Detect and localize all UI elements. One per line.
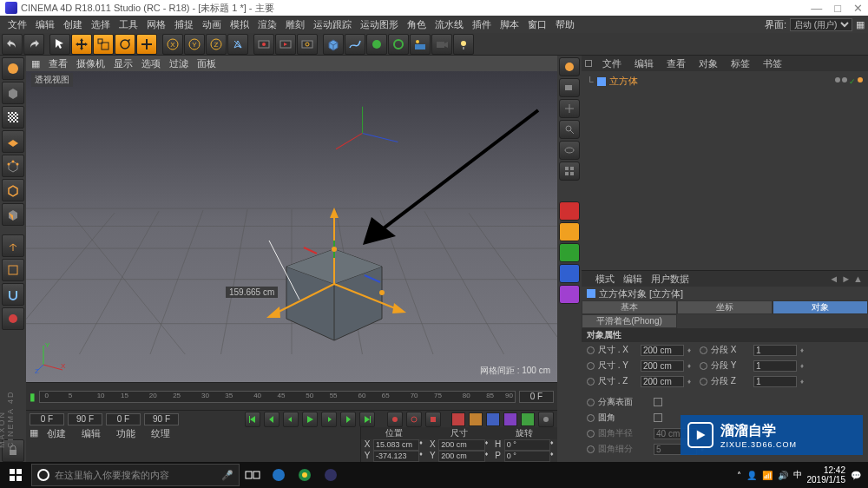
- htab-bookmarks[interactable]: 书签: [757, 57, 788, 70]
- point-mode-button[interactable]: [2, 155, 24, 177]
- menu-character[interactable]: 角色: [403, 18, 431, 31]
- render-pv-button[interactable]: [275, 34, 296, 55]
- next-frame-button[interactable]: [321, 412, 337, 427]
- htab-edit[interactable]: 编辑: [628, 57, 660, 70]
- vp-options[interactable]: 选项: [141, 57, 161, 70]
- undo-button[interactable]: [2, 34, 23, 55]
- tray-date[interactable]: 2019/1/15: [807, 475, 846, 485]
- maximize-button[interactable]: □: [834, 2, 841, 15]
- menu-animate[interactable]: 动画: [198, 18, 226, 31]
- tray-network-icon[interactable]: 📶: [762, 471, 773, 480]
- axis-z-button[interactable]: Z: [206, 34, 227, 55]
- record-button[interactable]: [387, 412, 403, 427]
- cube-object[interactable]: [252, 206, 425, 362]
- coord-p-rot[interactable]: 0 °: [504, 451, 550, 462]
- scale-tool[interactable]: [93, 34, 114, 55]
- spline-button[interactable]: [345, 34, 365, 55]
- edge-mode-button[interactable]: [2, 179, 24, 201]
- frame-current[interactable]: 0 F: [519, 391, 554, 403]
- tray-volume-icon[interactable]: 🔊: [778, 471, 788, 480]
- coord-x-size[interactable]: 200 cm: [438, 439, 484, 451]
- menu-select[interactable]: 选择: [87, 18, 115, 31]
- seg-y-input[interactable]: 1: [753, 360, 797, 372]
- redo-button[interactable]: [23, 34, 44, 55]
- frame-range-start[interactable]: 0 F: [106, 413, 141, 425]
- vp-hud-button[interactable]: [559, 57, 580, 76]
- taskbar-search[interactable]: 在这里输入你要搜索的内容 🎤: [31, 464, 240, 486]
- attr-tab-phong[interactable]: 平滑着色(Phong): [582, 314, 677, 328]
- menu-render[interactable]: 渲染: [253, 18, 281, 31]
- pos-key-button[interactable]: [451, 412, 465, 426]
- taskbar-app-c4d[interactable]: [318, 462, 344, 488]
- size-x-input[interactable]: 200 cm: [641, 345, 684, 356]
- axis-x-button[interactable]: X: [162, 34, 183, 55]
- menu-script[interactable]: 脚本: [496, 18, 523, 31]
- dot-purple[interactable]: [559, 285, 580, 304]
- dot-red[interactable]: [559, 201, 580, 221]
- attr-mode[interactable]: 模式: [595, 273, 615, 286]
- coord-y-pos[interactable]: -374.123 cm: [373, 451, 419, 462]
- frame-range-end[interactable]: 90 F: [144, 413, 179, 425]
- dot-blue[interactable]: [559, 264, 580, 283]
- menu-help[interactable]: 帮助: [551, 18, 579, 31]
- menu-tools[interactable]: 工具: [115, 18, 142, 31]
- attr-edit[interactable]: 编辑: [623, 273, 642, 286]
- render-view-button[interactable]: [253, 34, 274, 55]
- camera-button[interactable]: [431, 34, 452, 55]
- environment-button[interactable]: [410, 34, 431, 55]
- last-tool[interactable]: [136, 34, 157, 55]
- prev-key-button[interactable]: [264, 412, 279, 427]
- seg-x-input[interactable]: 1: [753, 345, 797, 356]
- vp-filter[interactable]: 过滤: [169, 57, 188, 70]
- attr-userdata[interactable]: 用户数据: [651, 273, 689, 286]
- menu-file[interactable]: 文件: [3, 18, 31, 31]
- coord-h-rot[interactable]: 0 °: [504, 439, 550, 451]
- menu-mograph[interactable]: 运动图形: [356, 18, 403, 31]
- start-button[interactable]: [0, 462, 31, 488]
- tray-time[interactable]: 12:42: [807, 465, 846, 475]
- goto-end-button[interactable]: [359, 412, 375, 427]
- cube-primitive-button[interactable]: [323, 34, 344, 55]
- vp-view[interactable]: 查看: [49, 57, 68, 70]
- object-hierarchy[interactable]: └ 立方体 ✓: [582, 71, 868, 271]
- vp-camera[interactable]: 摄像机: [76, 57, 105, 70]
- viewport-solo-button[interactable]: [2, 259, 24, 281]
- mic-icon[interactable]: 🎤: [221, 470, 233, 481]
- taskbar-app-edge[interactable]: [266, 462, 292, 488]
- key-options-button[interactable]: [538, 412, 554, 427]
- vp-orbit-button[interactable]: [559, 141, 580, 160]
- seg-z-input[interactable]: 1: [753, 376, 797, 387]
- tray-chevron-icon[interactable]: ˄: [737, 471, 741, 480]
- menu-pipeline[interactable]: 流水线: [431, 18, 468, 31]
- workplane-mode-button[interactable]: [2, 130, 24, 153]
- htab-file[interactable]: 文件: [596, 57, 628, 70]
- minimize-button[interactable]: —: [811, 2, 822, 15]
- visibility-render-dot[interactable]: [842, 77, 847, 82]
- menu-create[interactable]: 创建: [59, 18, 87, 31]
- coord-system-button[interactable]: [227, 34, 248, 55]
- pla-key-button[interactable]: [521, 412, 535, 426]
- phong-tag-icon[interactable]: [858, 77, 863, 82]
- vp-display[interactable]: 显示: [114, 57, 133, 70]
- menu-tracker[interactable]: 运动跟踪: [309, 18, 356, 31]
- light-button[interactable]: [453, 34, 474, 55]
- size-y-input[interactable]: 200 cm: [641, 360, 684, 372]
- prev-frame-button[interactable]: [283, 412, 299, 427]
- mp-create[interactable]: 创建: [40, 427, 73, 441]
- mp-edit[interactable]: 编辑: [75, 427, 108, 441]
- axis-y-button[interactable]: Y: [184, 34, 205, 55]
- param-key-button[interactable]: [503, 412, 517, 426]
- vp-layout-button[interactable]: [559, 162, 580, 181]
- size-z-input[interactable]: 200 cm: [641, 376, 684, 387]
- separate-checkbox[interactable]: [654, 398, 662, 406]
- taskbar-app-paint[interactable]: [292, 462, 318, 488]
- htab-tags[interactable]: 标签: [725, 57, 756, 70]
- visibility-editor-dot[interactable]: [835, 77, 840, 82]
- next-key-button[interactable]: [340, 412, 356, 427]
- layout-icon[interactable]: ▦: [856, 19, 865, 30]
- attr-tab-coord[interactable]: 坐标: [677, 300, 773, 314]
- menu-window[interactable]: 窗口: [523, 18, 551, 31]
- menu-snap[interactable]: 捕捉: [170, 18, 198, 31]
- tray-people-icon[interactable]: 👤: [746, 471, 757, 480]
- dot-orange[interactable]: [559, 222, 580, 241]
